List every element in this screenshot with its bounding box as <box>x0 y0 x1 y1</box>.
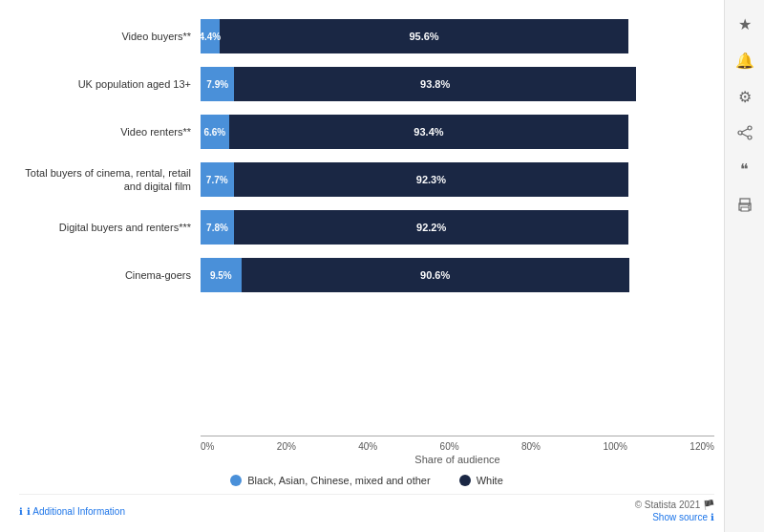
bar-label: Cinema-goers <box>19 268 201 282</box>
star-icon[interactable]: ★ <box>735 14 754 33</box>
blue-bar-label: 7.9% <box>202 79 232 90</box>
bar-label: Digital buyers and renters*** <box>19 221 201 234</box>
bar-row: Digital buyers and renters***7.8%92.2% <box>19 210 714 245</box>
bar-label: UK population aged 13+ <box>19 77 201 91</box>
bar-label: Video renters** <box>19 125 201 138</box>
footer: ℹ ℹ Additional Information © Statista 20… <box>19 494 714 522</box>
axis-tick: 80% <box>521 441 541 452</box>
svg-line-4 <box>742 134 748 137</box>
bar-segment-blue: 4.4% <box>201 19 220 53</box>
bar-segment-blue: 6.6% <box>201 115 229 149</box>
dark-bar-label: 90.6% <box>416 269 454 281</box>
dark-bar-label: 92.3% <box>413 174 450 185</box>
bar-segment-blue: 7.7% <box>201 162 234 197</box>
dark-bar-label: 92.2% <box>413 222 450 233</box>
bar-container: 6.6%93.4% <box>201 115 714 149</box>
bars-wrapper: Video buyers**4.4%95.6%UK population age… <box>19 19 714 428</box>
bar-row: UK population aged 13+7.9%93.8% <box>19 67 714 101</box>
bar-segment-blue: 9.5% <box>201 258 242 292</box>
axis-tick: 40% <box>358 441 377 452</box>
footer-right: © Statista 2021 🏴 Show source ℹ <box>635 500 714 522</box>
blue-bar-label: 7.7% <box>202 175 232 185</box>
bar-segment-dark: 92.2% <box>234 210 628 245</box>
bell-icon[interactable]: 🔔 <box>735 51 754 70</box>
axis-tick: 60% <box>440 441 459 452</box>
legend-label: Black, Asian, Chinese, mixed and other <box>247 475 430 486</box>
bar-container: 9.5%90.6% <box>201 258 714 292</box>
share-icon[interactable] <box>735 123 754 142</box>
info-circle-icon: ℹ <box>711 512 714 522</box>
bar-row: Video buyers**4.4%95.6% <box>19 19 714 53</box>
dark-bar-label: 95.6% <box>405 31 442 42</box>
dark-bar-label: 93.8% <box>416 78 454 90</box>
bar-segment-dark: 95.6% <box>220 19 629 53</box>
svg-point-2 <box>748 136 752 139</box>
additional-info-label: ℹ Additional Information <box>27 506 125 517</box>
svg-point-8 <box>748 205 750 207</box>
bar-container: 7.7%92.3% <box>201 162 714 197</box>
blue-bar-label: 4.4% <box>195 32 224 42</box>
blue-bar-label: 7.8% <box>202 223 232 233</box>
bar-row: Cinema-goers9.5%90.6% <box>19 258 714 292</box>
axis-tick: 20% <box>277 441 296 452</box>
quote-icon[interactable]: ❝ <box>735 160 754 179</box>
bar-segment-dark: 92.3% <box>234 162 629 197</box>
legend: Black, Asian, Chinese, mixed and otherWh… <box>19 475 714 486</box>
axis-tick: 120% <box>690 441 714 452</box>
svg-point-1 <box>738 131 742 135</box>
statista-label: © Statista 2021 🏴 <box>635 500 714 510</box>
bar-segment-dark: 90.6% <box>242 258 629 292</box>
bar-container: 4.4%95.6% <box>201 19 714 53</box>
chart-area: Video buyers**4.4%95.6%UK population age… <box>19 19 714 486</box>
svg-line-3 <box>742 129 748 132</box>
show-source-label: Show source <box>652 512 708 522</box>
info-icon: ℹ <box>19 506 23 517</box>
axis-tick: 0% <box>201 441 214 452</box>
bar-label: Total buyers of cinema, rental, retail a… <box>19 166 201 194</box>
bar-row: Video renters**6.6%93.4% <box>19 115 714 149</box>
legend-item: White <box>459 475 503 486</box>
bar-container: 7.8%92.2% <box>201 210 714 245</box>
show-source-link[interactable]: Show source ℹ <box>652 512 714 522</box>
dark-bar-label: 93.4% <box>410 126 447 138</box>
svg-point-0 <box>748 126 752 130</box>
legend-color <box>230 475 242 486</box>
bar-row: Total buyers of cinema, rental, retail a… <box>19 162 714 197</box>
main-content: Video buyers**4.4%95.6%UK population age… <box>0 0 724 532</box>
x-axis: 0%20%40%60%80%100%120% <box>201 436 714 452</box>
legend-item: Black, Asian, Chinese, mixed and other <box>230 475 430 486</box>
print-icon[interactable] <box>735 196 754 215</box>
bar-label: Video buyers** <box>19 30 201 43</box>
blue-bar-label: 6.6% <box>200 127 229 138</box>
blue-bar-label: 9.5% <box>206 270 236 281</box>
bar-segment-dark: 93.8% <box>234 67 636 101</box>
additional-info-link[interactable]: ℹ ℹ Additional Information <box>19 506 125 517</box>
sidebar: ★ 🔔 ⚙ ❝ <box>724 0 764 532</box>
bar-container: 7.9%93.8% <box>201 67 714 101</box>
bar-segment-dark: 93.4% <box>229 115 629 149</box>
flag-icon: 🏴 <box>703 500 714 510</box>
axis-tick: 100% <box>603 441 627 452</box>
bar-segment-blue: 7.8% <box>201 210 234 245</box>
legend-color <box>459 475 471 486</box>
gear-icon[interactable]: ⚙ <box>735 87 754 106</box>
legend-label: White <box>477 475 503 486</box>
bar-segment-blue: 7.9% <box>201 67 234 101</box>
svg-rect-7 <box>741 207 749 211</box>
x-axis-label: Share of audience <box>201 454 714 465</box>
